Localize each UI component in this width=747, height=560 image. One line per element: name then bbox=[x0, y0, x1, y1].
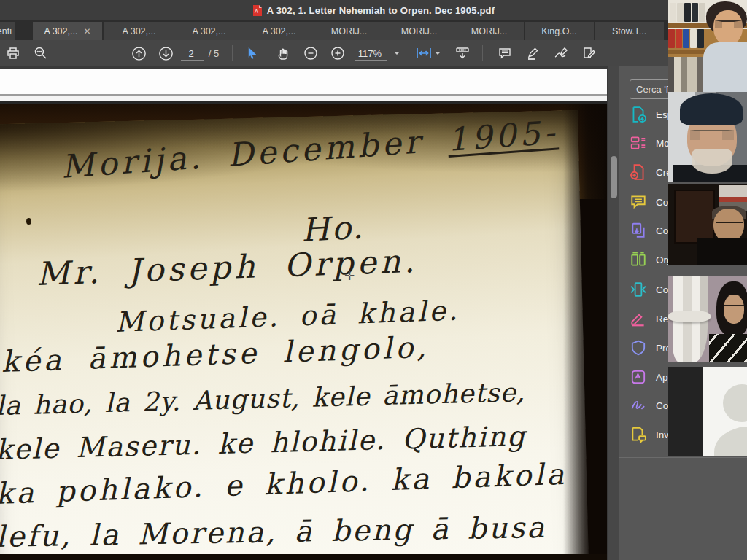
avatar bbox=[723, 384, 747, 422]
title-bar: A A 302, 1. Letter Nehemiah to Orpen. De… bbox=[0, 0, 747, 20]
previous-page-bottom bbox=[0, 69, 607, 95]
tab-partial-left[interactable]: enti bbox=[0, 22, 15, 40]
window-title: A 302, 1. Letter Nehemiah to Orpen. Dec … bbox=[267, 5, 495, 16]
tab-label: MORIJ... bbox=[471, 26, 507, 36]
page-down-icon bbox=[158, 46, 174, 61]
pdf-file-icon: A bbox=[252, 5, 262, 16]
organize-icon bbox=[630, 251, 647, 268]
chevron-down-icon bbox=[394, 52, 400, 55]
tab-label: King.O... bbox=[541, 26, 577, 36]
export-icon bbox=[630, 106, 647, 123]
participant-2-beanie bbox=[680, 93, 743, 125]
tab-label: Stow.T... bbox=[612, 26, 646, 36]
fill-sign-tool-button[interactable] bbox=[578, 40, 600, 66]
mouse-cursor: ✛ bbox=[344, 268, 355, 283]
participant-3-glasses bbox=[716, 222, 743, 228]
video-participant-3[interactable] bbox=[668, 184, 747, 265]
previous-page-button[interactable] bbox=[128, 40, 149, 66]
edit-icon bbox=[630, 134, 647, 152]
zoom-in-button[interactable] bbox=[328, 40, 348, 66]
letter-line-2: Ho. bbox=[301, 208, 366, 248]
document-tab-5[interactable]: MORIJ... bbox=[314, 22, 384, 40]
find-button[interactable] bbox=[31, 40, 51, 66]
page-input-underline bbox=[181, 60, 204, 61]
fit-width-button[interactable] bbox=[413, 40, 435, 66]
zoom-out-button[interactable] bbox=[301, 40, 321, 66]
fit-width-caret[interactable] bbox=[433, 40, 442, 66]
fit-width-icon bbox=[416, 47, 432, 60]
zoom-level-value[interactable]: 117% bbox=[353, 40, 387, 66]
fill-sign-icon bbox=[630, 397, 647, 414]
zoom-out-icon bbox=[303, 46, 318, 61]
tab-label: MORIJ... bbox=[331, 26, 367, 36]
document-tab-1[interactable]: A 302,...✕ bbox=[33, 22, 102, 40]
print-icon bbox=[6, 46, 20, 61]
page-up-icon bbox=[131, 46, 147, 61]
document-tab-3[interactable]: A 302,... bbox=[174, 22, 244, 40]
search-icon bbox=[34, 46, 48, 61]
sign-tool-button[interactable] bbox=[551, 40, 573, 66]
video-participant-4[interactable] bbox=[668, 276, 747, 362]
document-tab-4[interactable]: A 302,... bbox=[244, 22, 314, 40]
document-tab-6[interactable]: MORIJ... bbox=[384, 22, 454, 40]
send-icon bbox=[630, 426, 647, 443]
participant-1-glasses bbox=[715, 20, 743, 28]
comment-bubble-icon bbox=[498, 46, 512, 61]
avatar bbox=[714, 427, 747, 456]
document-tab-8[interactable]: King.O... bbox=[525, 22, 594, 40]
highlighter-icon bbox=[526, 46, 541, 61]
cursor-arrow-icon bbox=[246, 47, 260, 61]
video-participant-5-letterbox[interactable] bbox=[668, 367, 703, 456]
document-scrollbar[interactable] bbox=[607, 66, 619, 560]
tab-label: A 302,... bbox=[193, 26, 226, 36]
compress-icon bbox=[630, 281, 647, 298]
hand-icon bbox=[276, 46, 290, 61]
tab-close-icon[interactable]: ✕ bbox=[83, 27, 90, 36]
paper-hole-mark bbox=[26, 218, 31, 225]
video-participant-1[interactable] bbox=[668, 0, 747, 92]
page-display-button[interactable] bbox=[451, 40, 474, 66]
select-tool-button[interactable] bbox=[242, 40, 263, 66]
pdf-viewer-canvas[interactable]: Morija. December 1905-Ho.Mr. Joseph Orpe… bbox=[0, 66, 607, 560]
main-toolbar: 2 / 5 117% bbox=[0, 40, 747, 66]
protect-icon bbox=[630, 339, 647, 357]
print-button[interactable] bbox=[3, 40, 23, 66]
combine-icon bbox=[630, 222, 647, 239]
page-count-label: / 5 bbox=[205, 40, 222, 66]
participant-1-face bbox=[713, 10, 743, 45]
comment-icon bbox=[630, 193, 647, 211]
video-participant-5[interactable] bbox=[703, 367, 747, 456]
participant-4-glasses bbox=[724, 305, 744, 311]
fill-sign-icon bbox=[581, 46, 597, 61]
acrobat-window: A A 302, 1. Letter Nehemiah to Orpen. De… bbox=[0, 0, 747, 560]
tab-label: A 302,... bbox=[263, 26, 296, 36]
tab-bar: enti A 302,...✕A 302,...A 302,...A 302,.… bbox=[0, 20, 747, 40]
chevron-down-icon bbox=[435, 52, 441, 55]
tab-label: A 302,... bbox=[44, 26, 78, 36]
scanned-letter-page: Morija. December 1905-Ho.Mr. Joseph Orpe… bbox=[0, 104, 607, 560]
page-number-input[interactable]: 2 bbox=[179, 40, 203, 66]
hand-tool-button[interactable] bbox=[273, 40, 293, 66]
zoom-in-icon bbox=[330, 46, 345, 61]
tab-label: A 302,... bbox=[123, 26, 156, 36]
video-participant-2[interactable] bbox=[668, 92, 747, 182]
create-icon bbox=[630, 163, 647, 181]
next-page-button[interactable] bbox=[155, 40, 176, 66]
document-tab-9[interactable]: Stow.T... bbox=[595, 22, 664, 40]
document-tab-2[interactable]: A 302,... bbox=[104, 22, 174, 40]
comment-tool-button[interactable] bbox=[495, 40, 515, 66]
tab-label: MORIJ... bbox=[401, 26, 437, 36]
highlight-tool-button[interactable] bbox=[523, 40, 543, 66]
stamp-icon bbox=[630, 368, 647, 386]
svg-text:A: A bbox=[255, 9, 258, 15]
participant-2-glasses bbox=[690, 130, 734, 140]
zoom-dropdown-caret[interactable] bbox=[392, 40, 402, 66]
redact-icon bbox=[630, 310, 647, 327]
scrollbar-thumb[interactable] bbox=[611, 156, 617, 198]
document-tab-7[interactable]: MORIJ... bbox=[454, 22, 524, 40]
ink-signature-icon bbox=[554, 46, 570, 61]
page-scroll-icon bbox=[454, 46, 471, 61]
